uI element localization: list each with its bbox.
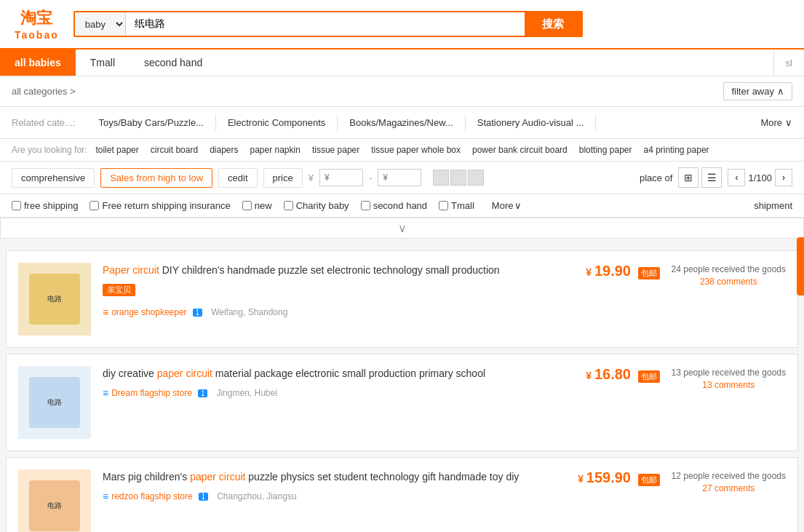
product-location-3: Changzhou, Jiangsu [217, 491, 296, 501]
product-title-3[interactable]: Mars pig children's paper circuit puzzle… [103, 469, 532, 485]
product-badge: 亲宝贝 [103, 284, 135, 296]
free-ship-badge-1: 包邮 [638, 267, 660, 279]
filter-away-arrow: ∧ [777, 86, 784, 97]
received-text-1: 24 people received the goods [672, 263, 786, 277]
nav-tabs: all babies Tmall second hand sl [0, 49, 804, 76]
free-return-checkbox[interactable] [89, 201, 99, 210]
search-category-select[interactable]: baby [75, 12, 126, 36]
product-price-2: ¥ 16.80 包邮 [544, 366, 660, 383]
tab-all-babies[interactable]: all babies [0, 49, 76, 76]
checkbox-second-hand[interactable]: second hand [361, 200, 427, 211]
more-filter-button[interactable]: More ∨ [492, 200, 522, 211]
comments-link-2[interactable]: 13 comments [672, 380, 786, 390]
looking-item-0[interactable]: toilet paper [92, 145, 141, 155]
product-highlight: paper circuit [157, 368, 212, 379]
store-name-2[interactable]: Dream flagship store [111, 388, 192, 398]
sort-sales[interactable]: Sales from high to low [100, 168, 212, 188]
charity-baby-label: Charity baby [296, 200, 349, 211]
prev-page-button[interactable]: ‹ [728, 169, 745, 186]
more-filter-label: More [492, 200, 514, 211]
related-item-1[interactable]: Electronic Components [216, 114, 338, 131]
collapse-arrow[interactable]: ∨ [0, 218, 804, 239]
product-highlight: Paper circuit [103, 264, 159, 276]
related-item-3[interactable]: Stationery Audio-visual ... [466, 114, 597, 131]
checkbox-new[interactable]: new [242, 200, 272, 211]
grid-view-icon[interactable]: ⊞ [678, 167, 698, 188]
price-display-2: ¥ 16.80 包邮 [544, 366, 660, 383]
looking-item-4[interactable]: tissue paper [309, 145, 362, 155]
next-page-button[interactable]: › [775, 169, 792, 186]
store-icon-3: ≡ [103, 491, 108, 502]
all-categories-link[interactable]: all categories > [12, 86, 76, 97]
tmall-checkbox[interactable] [439, 201, 448, 210]
product-title-2[interactable]: diy creative paper circuit material pack… [103, 366, 532, 381]
looking-item-2[interactable]: diapers [207, 145, 241, 155]
looking-item-7[interactable]: blotting paper [576, 145, 635, 155]
checkbox-tmall[interactable]: Tmall [439, 200, 474, 211]
new-checkbox[interactable] [242, 201, 252, 210]
sort-comprehensive[interactable]: comprehensive [12, 168, 95, 188]
related-item-0[interactable]: Toys/Baby Cars/Puzzle... [87, 114, 216, 131]
nav-right-label: sl [773, 50, 804, 76]
looking-item-6[interactable]: power bank circuit board [469, 145, 570, 155]
price-from-input[interactable] [319, 169, 363, 186]
product-title-text: puzzle physics set student technology gi… [245, 471, 519, 483]
store-icon-2: ≡ [103, 387, 108, 399]
filter-bar: all categories > filter away ∧ [0, 76, 804, 107]
charity-baby-checkbox[interactable] [284, 201, 293, 210]
related-categories: Related cate...: Toys/Baby Cars/Puzzle..… [0, 107, 804, 139]
product-stats-1: 24 people received the goods 238 comment… [672, 263, 786, 287]
search-button[interactable]: 搜索 [525, 12, 581, 36]
looking-item-5[interactable]: tissue paper whole box [368, 145, 463, 155]
page-nav: ‹ 1/100 › [728, 169, 792, 186]
tab-tmall[interactable]: Tmall [76, 49, 130, 76]
product-title-text: Mars pig children's [103, 471, 190, 483]
price-from-symbol: ¥ [309, 172, 314, 183]
store-name-1[interactable]: orange shopkeeper [111, 307, 186, 317]
logo-top: 淘宝 [20, 7, 52, 29]
store-level-1: 1 [193, 309, 203, 317]
search-input[interactable] [126, 12, 525, 36]
product-image-1[interactable]: 电路 [18, 263, 91, 336]
sort-price[interactable]: price [263, 168, 303, 188]
product-store-3: ≡ redzoo flagship store 1 Changzhou, Jia… [103, 491, 532, 502]
price-to-input[interactable] [378, 169, 421, 186]
scroll-indicator [797, 237, 804, 295]
search-bar: baby 搜索 [73, 11, 583, 37]
second-hand-label: second hand [373, 200, 427, 211]
product-item-3: 电路 Mars pig children's paper circuit puz… [6, 457, 798, 532]
price-display-1: ¥ 19.90 包邮 [544, 263, 660, 279]
list-view-icon[interactable]: ☰ [701, 167, 722, 188]
tab-second-hand[interactable]: second hand [130, 49, 217, 76]
product-title-text: material package electronic small produc… [212, 368, 485, 379]
looking-item-8[interactable]: a4 printing paper [640, 145, 712, 155]
product-store-1: ≡ orange shopkeeper 1 Weifang, Shandong [103, 306, 532, 318]
checkbox-free-return[interactable]: Free return shipping insurance [89, 200, 230, 211]
product-title-1[interactable]: Paper circuit DIY children's handmade pu… [103, 263, 532, 278]
looking-item-3[interactable]: paper napkin [247, 145, 303, 155]
related-more-button[interactable]: More ∨ [760, 117, 792, 128]
product-title-text: DIY children's handmade puzzle set elect… [159, 264, 500, 276]
page-indicator: 1/100 [748, 172, 772, 183]
product-image-2[interactable]: 电路 [18, 366, 91, 439]
product-info-2: diy creative paper circuit material pack… [103, 366, 532, 399]
second-hand-checkbox[interactable] [361, 201, 370, 210]
related-more-label: More [760, 117, 782, 128]
product-image-3[interactable]: 电路 [18, 469, 91, 532]
filter-away-label: filter away [731, 86, 774, 97]
product-location-2: Jingmen, Hubei [216, 388, 276, 398]
looking-item-1[interactable]: circuit board [148, 145, 201, 155]
free-shipping-checkbox[interactable] [12, 201, 21, 210]
view-icons: ⊞ ☰ [678, 167, 722, 188]
store-level-2: 1 [198, 389, 208, 397]
received-text-3: 12 people received the goods [672, 469, 786, 483]
checkbox-free-shipping[interactable]: free shipping [12, 200, 78, 211]
related-item-2[interactable]: Books/Magazines/New... [338, 114, 465, 131]
product-info-3: Mars pig children's paper circuit puzzle… [103, 469, 532, 502]
comments-link-3[interactable]: 27 comments [672, 483, 786, 493]
store-name-3[interactable]: redzoo flagship store [111, 491, 192, 501]
filter-away-button[interactable]: filter away ∧ [723, 82, 792, 100]
checkbox-charity-baby[interactable]: Charity baby [284, 200, 349, 211]
comments-link-1[interactable]: 238 comments [672, 277, 786, 287]
sort-credit[interactable]: cedit [218, 168, 257, 188]
